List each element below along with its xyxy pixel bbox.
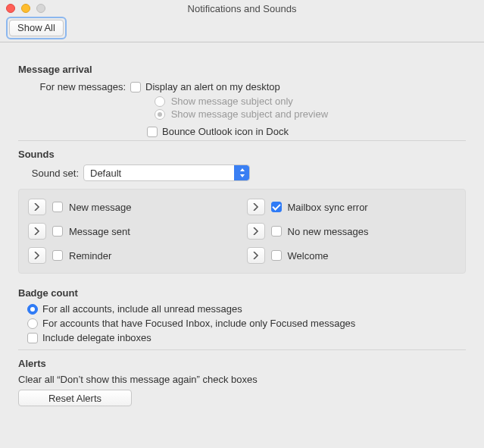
sounds-panel: New message Mailbox sync error Message s… (18, 189, 466, 274)
chevron-right-icon (34, 227, 40, 235)
bounce-dock-label: Bounce Outlook icon in Dock (162, 126, 289, 137)
badge-focused-label: For accounts that have Focused Inbox, in… (42, 318, 355, 329)
badge-all-unread-label: For all accounts, include all unread mes… (42, 303, 242, 315)
display-alert-label: Display an alert on my desktop (145, 81, 280, 92)
mailbox-sync-error-label: Mailbox sync error (288, 202, 368, 213)
message-sent-checkbox[interactable] (52, 226, 63, 237)
divider (18, 140, 466, 141)
content-area: Message arrival For new messages: Displa… (0, 42, 484, 448)
display-alert-checkbox[interactable] (130, 82, 141, 92)
badge-all-unread-radio[interactable] (27, 304, 38, 315)
toolbar: Show All (0, 17, 484, 42)
play-mailbox-sync-error-button[interactable] (247, 199, 265, 215)
titlebar: Notifications and Sounds (0, 0, 484, 17)
show-all-button[interactable]: Show All (9, 20, 64, 36)
sound-item-welcome: Welcome (247, 247, 457, 264)
subject-preview-radio (155, 109, 165, 120)
new-message-label: New message (69, 202, 131, 213)
sounds-heading: Sounds (18, 149, 466, 160)
badge-focused-radio[interactable] (27, 318, 38, 329)
select-arrows-icon (234, 165, 249, 180)
reset-alerts-button[interactable]: Reset Alerts (18, 390, 132, 406)
divider (18, 349, 466, 350)
play-welcome-button[interactable] (247, 247, 265, 264)
play-reminder-button[interactable] (28, 247, 46, 264)
minimize-window-button[interactable] (21, 4, 30, 13)
welcome-label: Welcome (288, 250, 329, 262)
chevron-right-icon (253, 252, 259, 259)
window-controls (6, 4, 45, 13)
no-new-messages-label: No new messages (288, 226, 369, 237)
close-window-button[interactable] (6, 4, 15, 13)
sound-item-message-sent: Message sent (28, 223, 238, 240)
bounce-dock-checkbox[interactable] (147, 127, 158, 137)
subject-preview-label: Show message subject and preview (171, 108, 328, 120)
zoom-window-button[interactable] (36, 4, 45, 13)
sound-item-new-message: New message (28, 199, 238, 215)
reminder-label: Reminder (69, 250, 111, 262)
play-new-message-button[interactable] (28, 199, 46, 215)
play-no-new-messages-button[interactable] (247, 223, 265, 240)
sound-item-reminder: Reminder (28, 247, 238, 264)
reminder-checkbox[interactable] (52, 250, 63, 261)
subject-only-label: Show message subject only (171, 96, 293, 107)
sound-set-select[interactable]: Default (83, 164, 250, 181)
chevron-right-icon (34, 252, 40, 259)
window-title: Notifications and Sounds (0, 3, 484, 14)
include-delegate-checkbox[interactable] (27, 333, 38, 343)
message-arrival-heading: Message arrival (18, 64, 466, 75)
for-new-messages-label: For new messages: (27, 81, 126, 92)
include-delegate-label: Include delegate inboxes (42, 332, 151, 343)
welcome-checkbox[interactable] (271, 250, 282, 261)
badge-count-heading: Badge count (18, 287, 466, 299)
show-all-focus-ring: Show All (6, 17, 67, 39)
chevron-right-icon (34, 203, 40, 211)
new-message-checkbox[interactable] (52, 202, 63, 212)
sound-set-value: Default (84, 168, 234, 179)
chevron-right-icon (253, 203, 259, 211)
play-message-sent-button[interactable] (28, 223, 46, 240)
subject-only-radio (155, 96, 165, 107)
no-new-messages-checkbox[interactable] (271, 226, 282, 237)
chevron-right-icon (253, 227, 259, 235)
sound-item-no-new-messages: No new messages (247, 223, 457, 240)
message-sent-label: Message sent (69, 226, 130, 237)
mailbox-sync-error-checkbox[interactable] (271, 202, 282, 212)
sound-set-label: Sound set: (18, 168, 79, 179)
alerts-heading: Alerts (18, 358, 466, 369)
clear-alerts-text: Clear all “Don’t show this message again… (18, 374, 466, 385)
sound-item-mailbox-sync-error: Mailbox sync error (247, 199, 457, 215)
